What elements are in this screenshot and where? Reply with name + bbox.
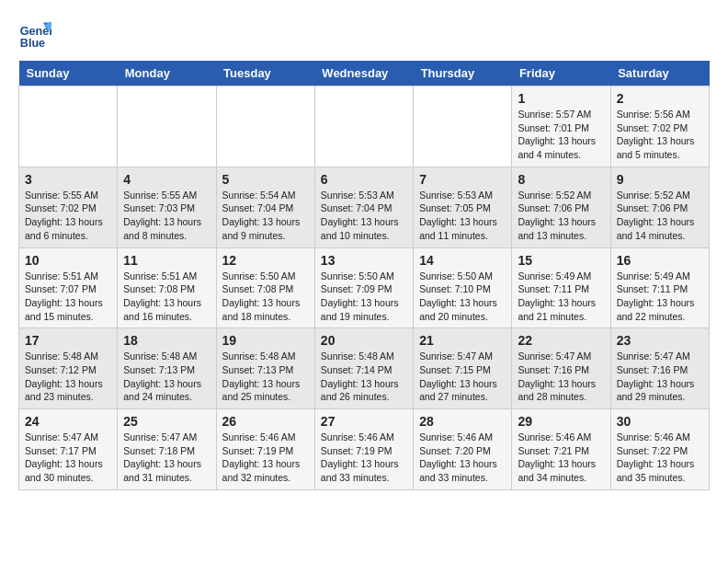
- day-number: 10: [25, 253, 111, 268]
- calendar-cell: 19Sunrise: 5:48 AM Sunset: 7:13 PM Dayli…: [216, 328, 314, 409]
- calendar-cell: [118, 86, 216, 167]
- calendar-cell: [314, 86, 413, 167]
- calendar-cell: 3Sunrise: 5:55 AM Sunset: 7:02 PM Daylig…: [19, 167, 118, 247]
- day-info: Sunrise: 5:56 AM Sunset: 7:02 PM Dayligh…: [617, 108, 703, 162]
- day-number: 22: [518, 333, 604, 348]
- calendar-cell: 16Sunrise: 5:49 AM Sunset: 7:11 PM Dayli…: [610, 247, 709, 328]
- day-info: Sunrise: 5:46 AM Sunset: 7:20 PM Dayligh…: [419, 431, 506, 485]
- day-info: Sunrise: 5:46 AM Sunset: 7:19 PM Dayligh…: [222, 431, 309, 485]
- day-info: Sunrise: 5:51 AM Sunset: 7:08 PM Dayligh…: [123, 270, 210, 324]
- day-info: Sunrise: 5:52 AM Sunset: 7:06 PM Dayligh…: [617, 189, 703, 243]
- day-number: 27: [321, 414, 407, 429]
- day-number: 11: [123, 253, 210, 268]
- calendar-cell: 23Sunrise: 5:47 AM Sunset: 7:16 PM Dayli…: [610, 328, 709, 409]
- calendar-cell: 2Sunrise: 5:56 AM Sunset: 7:02 PM Daylig…: [610, 86, 709, 167]
- day-number: 2: [617, 91, 703, 106]
- day-info: Sunrise: 5:49 AM Sunset: 7:11 PM Dayligh…: [617, 270, 703, 324]
- day-info: Sunrise: 5:47 AM Sunset: 7:18 PM Dayligh…: [123, 431, 210, 485]
- day-number: 25: [123, 414, 210, 429]
- day-number: 9: [617, 172, 703, 187]
- calendar-cell: 15Sunrise: 5:49 AM Sunset: 7:11 PM Dayli…: [512, 247, 610, 328]
- day-number: 16: [617, 253, 703, 268]
- day-number: 3: [25, 172, 111, 187]
- day-number: 6: [321, 172, 407, 187]
- calendar-cell: 18Sunrise: 5:48 AM Sunset: 7:13 PM Dayli…: [118, 328, 216, 409]
- day-number: 1: [518, 91, 604, 106]
- day-info: Sunrise: 5:46 AM Sunset: 7:19 PM Dayligh…: [321, 431, 407, 485]
- day-info: Sunrise: 5:48 AM Sunset: 7:13 PM Dayligh…: [123, 350, 210, 404]
- day-info: Sunrise: 5:51 AM Sunset: 7:07 PM Dayligh…: [25, 270, 111, 324]
- calendar-cell: 10Sunrise: 5:51 AM Sunset: 7:07 PM Dayli…: [19, 247, 118, 328]
- day-info: Sunrise: 5:54 AM Sunset: 7:04 PM Dayligh…: [222, 189, 309, 243]
- calendar-cell: 29Sunrise: 5:46 AM Sunset: 7:21 PM Dayli…: [512, 409, 610, 490]
- calendar-cell: 7Sunrise: 5:53 AM Sunset: 7:05 PM Daylig…: [414, 167, 512, 247]
- calendar-cell: 12Sunrise: 5:50 AM Sunset: 7:08 PM Dayli…: [216, 247, 314, 328]
- day-info: Sunrise: 5:53 AM Sunset: 7:04 PM Dayligh…: [321, 189, 407, 243]
- calendar-header-cell: Wednesday: [314, 61, 413, 86]
- calendar-cell: 5Sunrise: 5:54 AM Sunset: 7:04 PM Daylig…: [216, 167, 314, 247]
- calendar-table: SundayMondayTuesdayWednesdayThursdayFrid…: [18, 61, 710, 490]
- svg-text:Blue: Blue: [20, 37, 45, 50]
- calendar-week-row: 1Sunrise: 5:57 AM Sunset: 7:01 PM Daylig…: [19, 86, 710, 167]
- day-number: 24: [25, 414, 111, 429]
- day-info: Sunrise: 5:46 AM Sunset: 7:21 PM Dayligh…: [518, 431, 604, 485]
- day-number: 23: [617, 333, 703, 348]
- calendar-week-row: 10Sunrise: 5:51 AM Sunset: 7:07 PM Dayli…: [19, 247, 710, 328]
- day-info: Sunrise: 5:48 AM Sunset: 7:14 PM Dayligh…: [321, 350, 407, 404]
- calendar-cell: [414, 86, 512, 167]
- calendar-cell: 27Sunrise: 5:46 AM Sunset: 7:19 PM Dayli…: [314, 409, 413, 490]
- calendar-header-row: SundayMondayTuesdayWednesdayThursdayFrid…: [19, 61, 710, 86]
- day-info: Sunrise: 5:47 AM Sunset: 7:16 PM Dayligh…: [518, 350, 604, 404]
- logo-icon: General Blue: [18, 18, 51, 52]
- calendar-week-row: 3Sunrise: 5:55 AM Sunset: 7:02 PM Daylig…: [19, 167, 710, 247]
- day-info: Sunrise: 5:52 AM Sunset: 7:06 PM Dayligh…: [518, 189, 604, 243]
- day-info: Sunrise: 5:55 AM Sunset: 7:03 PM Dayligh…: [123, 189, 210, 243]
- day-number: 17: [25, 333, 111, 348]
- day-number: 18: [123, 333, 210, 348]
- calendar-cell: 13Sunrise: 5:50 AM Sunset: 7:09 PM Dayli…: [314, 247, 413, 328]
- calendar-cell: 28Sunrise: 5:46 AM Sunset: 7:20 PM Dayli…: [414, 409, 512, 490]
- calendar-cell: 26Sunrise: 5:46 AM Sunset: 7:19 PM Dayli…: [216, 409, 314, 490]
- calendar-cell: 4Sunrise: 5:55 AM Sunset: 7:03 PM Daylig…: [118, 167, 216, 247]
- day-number: 13: [321, 253, 407, 268]
- calendar-cell: 1Sunrise: 5:57 AM Sunset: 7:01 PM Daylig…: [512, 86, 610, 167]
- day-number: 21: [419, 333, 506, 348]
- day-number: 12: [222, 253, 309, 268]
- calendar-cell: [216, 86, 314, 167]
- day-info: Sunrise: 5:55 AM Sunset: 7:02 PM Dayligh…: [25, 189, 111, 243]
- calendar-cell: 6Sunrise: 5:53 AM Sunset: 7:04 PM Daylig…: [314, 167, 413, 247]
- calendar-cell: 25Sunrise: 5:47 AM Sunset: 7:18 PM Dayli…: [118, 409, 216, 490]
- calendar-header-cell: Thursday: [414, 61, 512, 86]
- day-number: 26: [222, 414, 309, 429]
- day-number: 20: [321, 333, 407, 348]
- day-number: 7: [419, 172, 506, 187]
- day-info: Sunrise: 5:50 AM Sunset: 7:09 PM Dayligh…: [321, 270, 407, 324]
- calendar-body: 1Sunrise: 5:57 AM Sunset: 7:01 PM Daylig…: [19, 86, 710, 490]
- logo: General Blue: [18, 18, 55, 52]
- day-info: Sunrise: 5:50 AM Sunset: 7:08 PM Dayligh…: [222, 270, 309, 324]
- calendar-week-row: 17Sunrise: 5:48 AM Sunset: 7:12 PM Dayli…: [19, 328, 710, 409]
- day-number: 28: [419, 414, 506, 429]
- calendar-cell: 21Sunrise: 5:47 AM Sunset: 7:15 PM Dayli…: [414, 328, 512, 409]
- calendar-header-cell: Saturday: [610, 61, 709, 86]
- day-number: 5: [222, 172, 309, 187]
- day-info: Sunrise: 5:47 AM Sunset: 7:16 PM Dayligh…: [617, 350, 703, 404]
- header: General Blue: [18, 18, 710, 52]
- day-number: 19: [222, 333, 309, 348]
- calendar-cell: 9Sunrise: 5:52 AM Sunset: 7:06 PM Daylig…: [610, 167, 709, 247]
- day-number: 30: [617, 414, 703, 429]
- day-info: Sunrise: 5:53 AM Sunset: 7:05 PM Dayligh…: [419, 189, 506, 243]
- day-number: 14: [419, 253, 506, 268]
- calendar-header-cell: Friday: [512, 61, 610, 86]
- day-info: Sunrise: 5:57 AM Sunset: 7:01 PM Dayligh…: [518, 108, 604, 162]
- day-number: 29: [518, 414, 604, 429]
- day-info: Sunrise: 5:50 AM Sunset: 7:10 PM Dayligh…: [419, 270, 506, 324]
- day-info: Sunrise: 5:47 AM Sunset: 7:17 PM Dayligh…: [25, 431, 111, 485]
- day-number: 8: [518, 172, 604, 187]
- calendar-cell: 8Sunrise: 5:52 AM Sunset: 7:06 PM Daylig…: [512, 167, 610, 247]
- day-number: 4: [123, 172, 210, 187]
- day-info: Sunrise: 5:46 AM Sunset: 7:22 PM Dayligh…: [617, 431, 703, 485]
- calendar-cell: 22Sunrise: 5:47 AM Sunset: 7:16 PM Dayli…: [512, 328, 610, 409]
- day-info: Sunrise: 5:48 AM Sunset: 7:13 PM Dayligh…: [222, 350, 309, 404]
- calendar-header-cell: Monday: [118, 61, 216, 86]
